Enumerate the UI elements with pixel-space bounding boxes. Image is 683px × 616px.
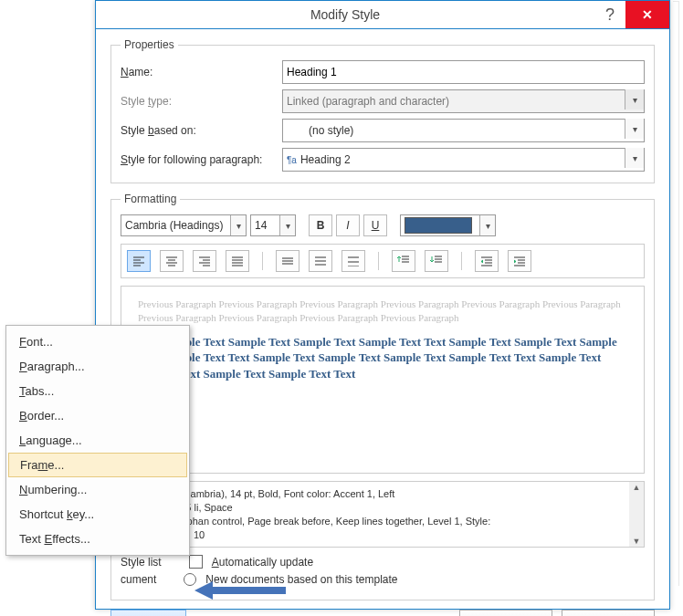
name-label: Name:	[121, 66, 271, 78]
auto-update-checkbox[interactable]	[189, 555, 203, 569]
title-bar: Modify Style ? ✕	[96, 1, 669, 29]
help-button[interactable]: ?	[594, 1, 625, 28]
dialog-title: Modify Style	[96, 7, 594, 22]
cancel-button[interactable]: Cancel	[562, 610, 655, 616]
styletype-label: Style type:	[121, 95, 271, 108]
spacing-1.5-button[interactable]	[309, 250, 332, 272]
font-color-combo[interactable]: ▾	[400, 214, 496, 236]
chevron-down-icon[interactable]: ▾	[230, 215, 246, 235]
format-button[interactable]: Format▼	[110, 610, 186, 616]
ok-button[interactable]: OK	[459, 610, 552, 616]
close-button[interactable]: ✕	[625, 1, 669, 28]
scrollbar[interactable]: ▲▼	[629, 482, 644, 547]
formatting-group: Formatting Cambria (Headings) ▾ 14 ▾ B I…	[110, 193, 655, 600]
paragraph-toolbar	[121, 244, 645, 278]
chevron-down-icon[interactable]: ▾	[625, 119, 644, 139]
spacing-2-button[interactable]	[342, 250, 365, 272]
following-label: Style for following paragraph:	[121, 153, 271, 166]
menu-border[interactable]: Border...	[6, 403, 189, 428]
basedon-combo[interactable]: (no style) ▾	[282, 119, 645, 142]
style-description: +Headings (Cambria), 14 pt, Bold, Font c…	[121, 481, 645, 548]
menu-tabs[interactable]: Tabs...	[6, 379, 189, 403]
para-space-dec-button[interactable]	[425, 250, 448, 272]
format-menu: Font... Paragraph... Tabs... Border... L…	[5, 325, 190, 556]
styletype-combo: Linked (paragraph and character) ▾	[282, 89, 645, 113]
menu-numbering[interactable]: Numbering...	[6, 477, 189, 502]
paragraph-icon: ¶a	[287, 155, 297, 165]
menu-text-effects[interactable]: Text Effects...	[6, 527, 189, 551]
font-family-combo[interactable]: Cambria (Headings) ▾	[121, 214, 247, 236]
align-left-button[interactable]	[127, 250, 151, 272]
chevron-down-icon[interactable]: ▾	[279, 215, 295, 235]
indent-dec-button[interactable]	[475, 250, 499, 272]
indent-inc-button[interactable]	[508, 250, 531, 272]
font-size-combo[interactable]: 14 ▾	[250, 214, 296, 236]
thisdoc-label: cument	[121, 573, 156, 586]
align-right-button[interactable]	[193, 250, 216, 272]
following-combo[interactable]: ¶a Heading 2 ▾	[282, 148, 645, 172]
bold-button[interactable]: B	[309, 214, 332, 236]
menu-frame[interactable]: Frame...	[8, 453, 187, 477]
underline-button[interactable]: U	[363, 214, 387, 236]
spacing-1-button[interactable]	[276, 250, 299, 272]
menu-font[interactable]: Font...	[6, 329, 189, 354]
preview-ghost-text: Previous Paragraph Previous Paragraph Pr…	[138, 298, 627, 325]
menu-paragraph[interactable]: Paragraph...	[6, 354, 189, 379]
annotation-arrow	[194, 579, 286, 598]
style-preview: Previous Paragraph Previous Paragraph Pr…	[121, 286, 645, 474]
formatting-legend: Formatting	[121, 193, 180, 205]
auto-update-label: Automatically update	[212, 556, 313, 569]
chevron-down-icon[interactable]: ▾	[625, 148, 644, 168]
addto-label: Style list	[121, 556, 162, 569]
preview-sample-text: Text Sample Text Sample Text Sample Text…	[138, 334, 627, 382]
para-space-inc-button[interactable]	[392, 250, 415, 272]
chevron-down-icon: ▾	[625, 89, 644, 110]
menu-shortcut[interactable]: Shortcut key...	[6, 502, 189, 527]
color-swatch	[405, 217, 472, 234]
basedon-label: Style based on:	[121, 124, 271, 137]
italic-button[interactable]: I	[336, 214, 360, 236]
align-justify-button[interactable]	[226, 250, 249, 272]
chevron-down-icon[interactable]: ▾	[479, 215, 495, 235]
properties-legend: Properties	[121, 38, 178, 51]
align-center-button[interactable]	[160, 250, 184, 272]
name-input[interactable]	[282, 60, 645, 84]
properties-group: Properties Name: Style type: Linked (par…	[110, 38, 655, 183]
menu-language[interactable]: Language...	[6, 428, 189, 453]
